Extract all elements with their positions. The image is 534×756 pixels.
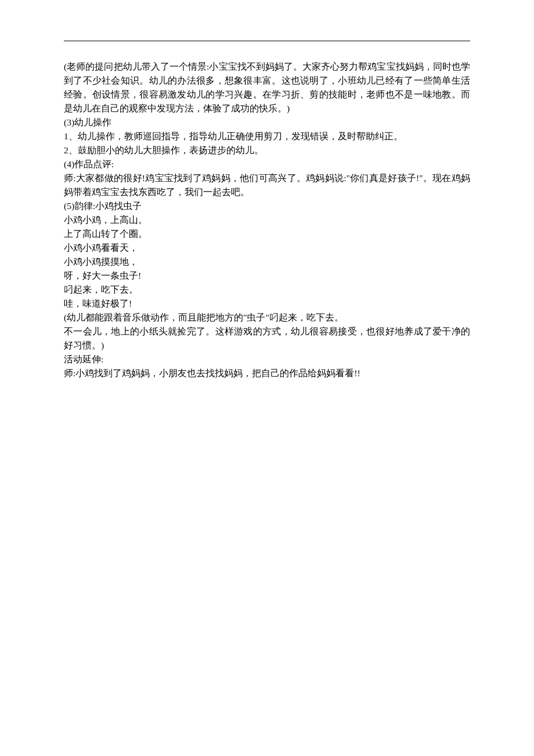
paragraph: 活动延伸:	[64, 352, 470, 366]
paragraph: 上了高山转了个圈。	[64, 227, 470, 241]
paragraph: (3)幼儿操作	[64, 116, 470, 129]
paragraph: 不一会儿，地上的小纸头就捡完了。这样游戏的方式，幼儿很容易接受，也很好地养成了爱…	[64, 325, 470, 352]
paragraph: 2、鼓励胆小的幼儿大胆操作，表扬进步的幼儿。	[64, 143, 470, 157]
paragraph: 师:小鸡找到了鸡妈妈，小朋友也去找找妈妈，把自己的作品给妈妈看看!!	[64, 366, 470, 380]
paragraph: 小鸡小鸡摸摸地，	[64, 255, 470, 269]
paragraph: (老师的提问把幼儿带入了一个情景:小宝宝找不到妈妈了。大家齐心努力帮鸡宝宝找妈妈…	[64, 60, 470, 116]
page-divider	[64, 41, 470, 41]
paragraph: 师:大家都做的很好!鸡宝宝找到了鸡妈妈，他们可高兴了。鸡妈妈说:"你们真是好孩子…	[64, 171, 470, 199]
document-body: (老师的提问把幼儿带入了一个情景:小宝宝找不到妈妈了。大家齐心努力帮鸡宝宝找妈妈…	[64, 60, 470, 380]
paragraph: 小鸡小鸡看看天，	[64, 241, 470, 255]
paragraph: (5)韵律:小鸡找虫子	[64, 199, 470, 213]
paragraph: 呀，好大一条虫子!	[64, 269, 470, 283]
paragraph: (4)作品点评:	[64, 157, 470, 171]
paragraph: 1、幼儿操作，教师巡回指导，指导幼儿正确使用剪刀，发现错误，及时帮助纠正。	[64, 129, 470, 143]
paragraph: (幼儿都能跟着音乐做动作，而且能把地方的"虫子"叼起来，吃下去。	[64, 311, 470, 325]
paragraph: 哇，味道好极了!	[64, 297, 470, 311]
paragraph: 小鸡小鸡，上高山。	[64, 213, 470, 227]
paragraph: 叼起来，吃下去。	[64, 283, 470, 297]
